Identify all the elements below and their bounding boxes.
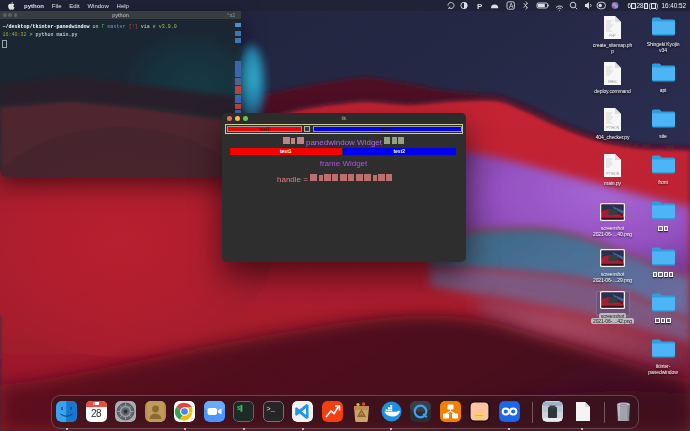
- svg-text:SHELL: SHELL: [608, 80, 618, 84]
- svg-text:A: A: [509, 2, 514, 9]
- svg-text:PHP: PHP: [609, 34, 615, 38]
- svg-text:>_: >_: [266, 405, 275, 413]
- svg-text:P: P: [477, 2, 483, 11]
- svg-text:PYTHON: PYTHON: [606, 172, 619, 176]
- svg-text:$▌: $▌: [237, 405, 244, 412]
- svg-text:PYTHON: PYTHON: [606, 126, 619, 130]
